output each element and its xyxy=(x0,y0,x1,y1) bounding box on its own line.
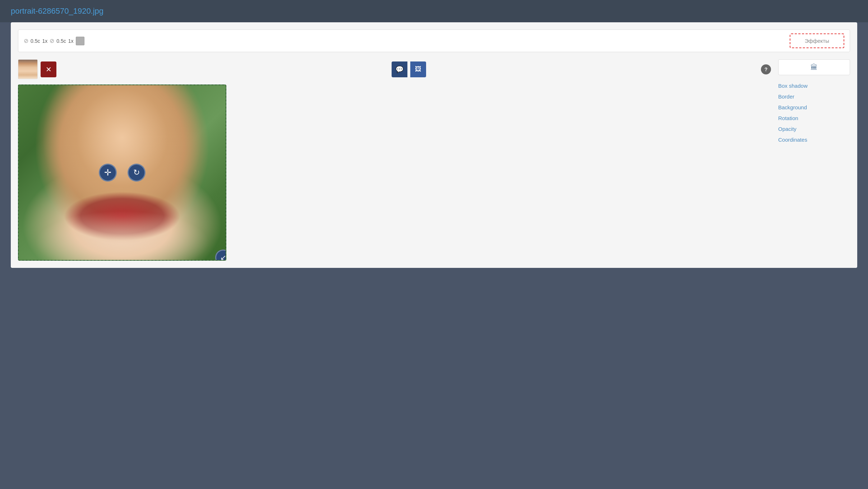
chat-icon: 💬 xyxy=(396,65,403,73)
main-container: ⊘ 0.5с 1x ⊘ 0.5с 1x Эффекты ✕ 💬 xyxy=(11,22,857,268)
page-title: portrait-6286570_1920.jpg xyxy=(11,6,857,16)
rotate-control[interactable]: ↻ xyxy=(128,164,146,182)
title-bar: portrait-6286570_1920.jpg xyxy=(0,0,868,22)
right-panel: 🏛 Box shadow Border Background Rotation … xyxy=(778,59,850,261)
move-icon: ✛ xyxy=(104,168,111,178)
anim2-icon: ⊘ xyxy=(50,37,54,44)
image-thumbnail[interactable] xyxy=(18,59,38,79)
list-item-rotation[interactable]: Rotation xyxy=(778,113,850,124)
toolbar: ⊘ 0.5с 1x ⊘ 0.5с 1x Эффекты xyxy=(18,29,850,52)
help-button[interactable]: ? xyxy=(761,64,771,74)
delete-icon: ✕ xyxy=(46,65,52,74)
image-icon: 🖼 xyxy=(415,65,421,73)
list-item-background[interactable]: Background xyxy=(778,102,850,113)
canvas-area: ✕ 💬 🖼 ? xyxy=(18,59,771,261)
anim1-repeat: 1x xyxy=(42,38,47,44)
border-link[interactable]: Border xyxy=(778,93,794,100)
chat-button[interactable]: 💬 xyxy=(392,61,407,77)
coordinates-link[interactable]: Coordinates xyxy=(778,137,807,143)
content-area: ✕ 💬 🖼 ? xyxy=(18,59,850,261)
anim2-repeat: 1x xyxy=(68,38,74,44)
effects-search-box[interactable]: 🏛 xyxy=(778,59,850,75)
help-icon: ? xyxy=(765,67,768,72)
scale-icon: ↙ xyxy=(220,253,226,261)
opacity-link[interactable]: Opacity xyxy=(778,126,797,132)
delete-button[interactable]: ✕ xyxy=(41,61,56,77)
list-item-border[interactable]: Border xyxy=(778,91,850,102)
list-item-opacity[interactable]: Opacity xyxy=(778,124,850,134)
anim2-duration: 0.5с xyxy=(56,38,66,44)
anim1-icon: ⊘ xyxy=(24,37,28,44)
list-item-coordinates[interactable]: Coordinates xyxy=(778,134,850,145)
toolbar-animation-section: ⊘ 0.5с 1x ⊘ 0.5с 1x xyxy=(24,37,786,45)
background-link[interactable]: Background xyxy=(778,104,807,110)
rotate-icon: ↻ xyxy=(133,168,140,177)
color-swatch[interactable] xyxy=(76,37,84,45)
effects-button[interactable]: Эффекты xyxy=(790,33,844,48)
kremlin-icon: 🏛 xyxy=(811,63,818,72)
image-controls-row: ✕ 💬 🖼 ? xyxy=(18,59,771,79)
rotation-link[interactable]: Rotation xyxy=(778,115,798,121)
list-item-box-shadow[interactable]: Box shadow xyxy=(778,81,850,91)
image-canvas[interactable]: ✛ ↻ ↙ xyxy=(18,84,226,261)
neck-layer xyxy=(19,85,226,260)
image-button[interactable]: 🖼 xyxy=(410,61,426,77)
effects-list: Box shadow Border Background Rotation Op… xyxy=(778,81,850,145)
anim1-duration: 0.5с xyxy=(31,38,40,44)
portrait-image xyxy=(19,85,226,260)
thumbnail-preview xyxy=(18,60,37,79)
move-control[interactable]: ✛ xyxy=(99,164,117,182)
box-shadow-link[interactable]: Box shadow xyxy=(778,83,808,89)
